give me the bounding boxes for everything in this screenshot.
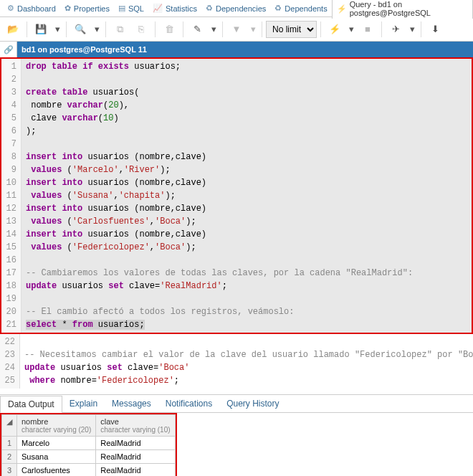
filter-dropdown[interactable]: ▾ xyxy=(248,20,258,39)
paste-button[interactable]: ⎘ xyxy=(131,20,151,39)
top-tabs: ⚙Dashboard ✿Properties ▤SQL 📈Statistics … xyxy=(0,0,473,17)
table-row[interactable]: 3CarlosfuentesRealMadrid xyxy=(2,464,176,477)
explain-button[interactable]: ✈ xyxy=(386,20,406,39)
tab-sql[interactable]: ▤SQL xyxy=(114,2,148,14)
tab-dependents[interactable]: ♻Dependents xyxy=(270,2,331,14)
save-dropdown[interactable]: ▾ xyxy=(52,20,62,39)
dependencies-icon: ♻ xyxy=(206,4,213,13)
dependents-icon: ♻ xyxy=(274,4,282,13)
cell[interactable]: Carlosfuentes xyxy=(17,464,96,477)
rtab-data-output[interactable]: Data Output xyxy=(0,396,62,413)
query-icon: ⚡ xyxy=(337,4,347,14)
sql-code[interactable]: drop table if exists usuarios; create ta… xyxy=(22,59,472,333)
properties-icon: ✿ xyxy=(64,4,71,13)
open-button[interactable]: 📂 xyxy=(3,20,23,39)
execute-dropdown[interactable]: ▾ xyxy=(346,20,356,39)
row-number: 2 xyxy=(2,450,17,464)
download-button[interactable]: ⬇ xyxy=(425,20,445,39)
result-grid-highlighted: ◢nombrecharacter varying (20)clavecharac… xyxy=(0,413,177,476)
connection-icon: 🔗 xyxy=(0,42,17,57)
tab-properties[interactable]: ✿Properties xyxy=(60,2,114,14)
filter-button[interactable]: ▼ xyxy=(226,20,247,39)
explain-dropdown[interactable]: ▾ xyxy=(407,20,417,39)
row-number: 3 xyxy=(2,464,17,477)
toolbar: 📂 💾 ▾ 🔍 ▾ ⧉ ⎘ 🗑 ✎ ▾ ▼ ▾ No limit ⚡ ▾ ■ ✈… xyxy=(0,17,473,42)
connection-title-bar: 🔗 bd1 on postgres@PostgreSQL 11 xyxy=(0,42,473,57)
cell[interactable]: RealMadrid xyxy=(96,437,175,450)
copy-button[interactable]: ⧉ xyxy=(110,20,130,39)
table-row[interactable]: 1MarceloRealMadrid xyxy=(2,437,176,450)
stop-button[interactable]: ■ xyxy=(358,20,378,39)
rtab-explain[interactable]: Explain xyxy=(62,396,105,411)
tab-statistics[interactable]: 📈Statistics xyxy=(148,2,201,14)
result-grid[interactable]: ◢nombrecharacter varying (20)clavecharac… xyxy=(1,414,176,476)
connection-title: bd1 on postgres@PostgreSQL 11 xyxy=(17,45,147,54)
sql-code[interactable]: -- Necesitamos cambiar el valor de la cl… xyxy=(20,334,473,389)
execute-button[interactable]: ⚡ xyxy=(325,20,345,39)
result-tabs: Data Output Explain Messages Notificatio… xyxy=(0,394,473,413)
cell[interactable]: Marcelo xyxy=(17,437,96,450)
sql-icon: ▤ xyxy=(118,4,125,13)
column-header[interactable]: nombrecharacter varying (20) xyxy=(17,415,96,437)
tab-query[interactable]: ⚡Query - bd1 on postgres@PostgreSQL xyxy=(332,0,473,19)
cell[interactable]: RealMadrid xyxy=(96,464,175,477)
tab-dashboard[interactable]: ⚙Dashboard xyxy=(3,2,60,14)
delete-button[interactable]: 🗑 xyxy=(159,20,179,39)
save-button[interactable]: 💾 xyxy=(31,20,51,39)
edit-dropdown[interactable]: ▾ xyxy=(209,20,219,39)
row-number: 1 xyxy=(2,437,17,450)
column-header[interactable]: clavecharacter varying (10) xyxy=(96,415,175,437)
find-button[interactable]: 🔍 xyxy=(70,20,90,39)
table-row[interactable]: 2SusanaRealMadrid xyxy=(2,450,176,464)
line-gutter: 22232425 xyxy=(0,334,20,389)
sql-editor-highlighted[interactable]: 123456789101112131415161718192021 drop t… xyxy=(0,57,473,334)
cell[interactable]: RealMadrid xyxy=(96,450,175,464)
rtab-notifications[interactable]: Notifications xyxy=(158,396,219,411)
find-dropdown[interactable]: ▾ xyxy=(92,20,102,39)
row-corner: ◢ xyxy=(2,415,17,437)
limit-select[interactable]: No limit xyxy=(266,21,317,38)
statistics-icon: 📈 xyxy=(153,4,163,13)
rtab-query-history[interactable]: Query History xyxy=(219,396,286,411)
cell[interactable]: Susana xyxy=(17,450,96,464)
tab-dependencies[interactable]: ♻Dependencies xyxy=(201,2,270,14)
edit-button[interactable]: ✎ xyxy=(187,20,207,39)
dashboard-icon: ⚙ xyxy=(7,4,14,13)
rtab-messages[interactable]: Messages xyxy=(105,396,158,411)
sql-editor-rest[interactable]: 22232425 -- Necesitamos cambiar el valor… xyxy=(0,334,473,389)
line-gutter: 123456789101112131415161718192021 xyxy=(1,59,22,333)
